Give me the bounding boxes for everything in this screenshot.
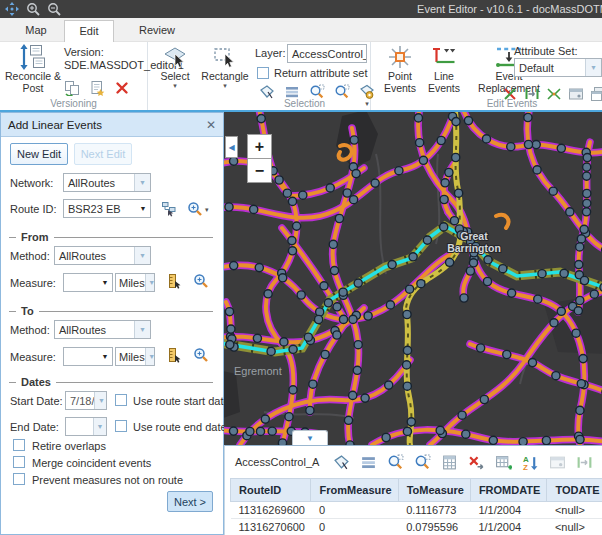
reconcile-post-button[interactable]: Reconcile & Post (4, 44, 62, 94)
zoom-out-icon[interactable] (47, 2, 61, 16)
point-events-button[interactable]: Point Events (378, 44, 422, 94)
pan-to-selection-icon[interactable] (414, 454, 431, 471)
chevron-down-icon: ▼ (94, 392, 107, 409)
map-canvas[interactable]: Egremont Great Barrington ◀ + − ▼ (224, 112, 602, 445)
clear-selection-icon[interactable] (468, 454, 485, 471)
pan-icon[interactable] (5, 2, 19, 16)
start-date-label: Start Date: (10, 395, 63, 407)
dates-legend: Dates (9, 376, 213, 388)
return-attribute-set-row: Return attribute set (257, 67, 368, 79)
to-measure-combo[interactable]: ▼ (63, 347, 113, 366)
rectangle-select-button[interactable]: Rectangle ▾ (199, 44, 251, 89)
tab-map[interactable]: Map (10, 20, 62, 41)
add-linear-events-panel: Add Linear Events ✕ New Edit Next Edit N… (0, 112, 224, 535)
chevron-down-icon: ▼ (145, 274, 155, 291)
map-zoom-out-button[interactable]: − (247, 158, 272, 183)
end-date-input[interactable]: ▼ (65, 417, 107, 436)
group-edit-events: Point Events Line Events Event Replaceme… (372, 42, 602, 110)
select-route-on-map-icon[interactable] (161, 201, 177, 217)
layer-select[interactable]: AccessControl_A ▼ (287, 44, 367, 63)
identify-window-icon[interactable] (549, 454, 566, 471)
use-route-end-date-checkbox[interactable] (115, 420, 127, 432)
table-cell: 11316269600 (231, 502, 311, 519)
line-events-icon (430, 44, 458, 70)
zoom-to-route-button[interactable]: ▾ (187, 201, 209, 217)
use-route-start-date-checkbox[interactable] (115, 394, 127, 406)
return-attribute-set-checkbox[interactable] (257, 67, 269, 79)
collapse-table-button[interactable]: ▼ (292, 430, 328, 445)
network-select[interactable]: AllRoutes▼ (63, 173, 151, 192)
refresh-version-icon[interactable] (64, 80, 80, 96)
sort-icon[interactable] (522, 454, 539, 471)
table-cell: 0 (311, 502, 398, 519)
use-route-start-date-label: Use route start date (133, 395, 230, 407)
route-id-combo[interactable]: BSR23 EB▼ (63, 199, 151, 218)
map-label-great: Great (460, 230, 488, 242)
column-header-routeid[interactable]: RouteID (231, 479, 311, 502)
add-records-icon[interactable] (495, 454, 512, 471)
chevron-down-icon: ▾ (205, 206, 209, 213)
line-events-button[interactable]: Line Events (424, 44, 464, 94)
close-icon[interactable]: ✕ (206, 118, 216, 132)
new-version-icon[interactable] (89, 80, 105, 96)
ribbon: Reconcile & Post Version: SDE.MASSDOT_ed… (0, 42, 602, 112)
from-units-select[interactable]: Miles▼ (115, 273, 155, 292)
tab-edit[interactable]: Edit (64, 20, 114, 43)
start-date-input[interactable]: 7/18/▼ (65, 391, 107, 410)
field-calculator-icon[interactable] (441, 454, 458, 471)
column-header-tomeasure[interactable]: ToMeasure (398, 479, 470, 502)
merge-coincident-events-checkbox[interactable] (13, 456, 25, 468)
to-measure-on-map-icon[interactable] (165, 347, 181, 363)
table-header-row: RouteID FromMeasure ToMeasure FROMDATE T… (231, 479, 602, 502)
route-id-label: Route ID: (10, 203, 56, 215)
from-method-select[interactable]: AllRoutes▼ (54, 246, 151, 265)
zoom-in-icon[interactable] (26, 2, 40, 16)
select-rows-icon[interactable] (360, 454, 377, 471)
select-button[interactable]: Select ▾ (153, 44, 197, 89)
tab-review[interactable]: Review (130, 20, 184, 41)
chevron-down-icon: ▼ (145, 348, 155, 365)
table-row[interactable]: 11316270600 0 0.0795596 1/1/2004 <null> … (231, 519, 602, 535)
network-label: Network: (10, 177, 53, 189)
title-bar: Event Editor - v10.6.1 - docMassDOTM (0, 0, 602, 18)
collapse-panel-button[interactable]: ◀ (225, 136, 238, 158)
to-method-label: Method: (10, 324, 50, 336)
new-edit-button[interactable]: New Edit (10, 143, 68, 165)
chevron-down-icon: ▼ (98, 279, 112, 286)
table-cell: 0 (311, 519, 398, 535)
from-method-label: Method: (10, 250, 50, 262)
next-edit-button[interactable]: Next Edit (74, 143, 132, 165)
retire-overlaps-checkbox[interactable] (13, 439, 25, 451)
map-zoom-in-button[interactable]: + (247, 134, 272, 159)
from-measure-combo[interactable]: ▼ (63, 273, 113, 292)
to-method-select[interactable]: AllRoutes▼ (54, 320, 151, 339)
table-cell: 1/1/2004 (470, 502, 547, 519)
panel-title: Add Linear Events (8, 119, 206, 131)
attribute-set-select[interactable]: Default ▼ (514, 58, 602, 77)
map-label-barrington: Barrington (447, 242, 501, 254)
table-row[interactable]: 11316269600 0 0.1116773 1/1/2004 <null> … (231, 502, 602, 519)
column-header-frommeasure[interactable]: FromMeasure (311, 479, 398, 502)
selection-group-label: Selection (239, 98, 370, 109)
map-graphics: Egremont Great Barrington (224, 112, 602, 445)
from-measure-on-map-icon[interactable] (165, 273, 181, 289)
from-zoom-icon[interactable] (193, 273, 209, 289)
select-features-icon[interactable] (333, 454, 350, 471)
chevron-down-icon: ▼ (134, 174, 150, 191)
map-label-egremont: Egremont (234, 365, 282, 377)
rectangle-select-icon (213, 44, 237, 70)
next-button[interactable]: Next > (167, 491, 213, 512)
to-zoom-icon[interactable] (193, 347, 209, 363)
table-layer-name: AccessControl_A (235, 456, 319, 468)
table-cell: <null> (547, 502, 602, 519)
from-legend: From (9, 231, 213, 243)
prevent-measures-checkbox[interactable] (13, 473, 25, 485)
version-label: Version: (64, 46, 104, 58)
translate-measures-icon[interactable] (576, 454, 593, 471)
delete-version-icon[interactable] (114, 80, 130, 96)
column-header-todate[interactable]: TODATE (547, 479, 602, 502)
column-header-fromdate[interactable]: FROMDATE (470, 479, 547, 502)
to-units-select[interactable]: Miles▼ (115, 347, 155, 366)
chevron-down-icon: ▾ (223, 82, 227, 89)
zoom-to-selection-icon[interactable] (387, 454, 404, 471)
